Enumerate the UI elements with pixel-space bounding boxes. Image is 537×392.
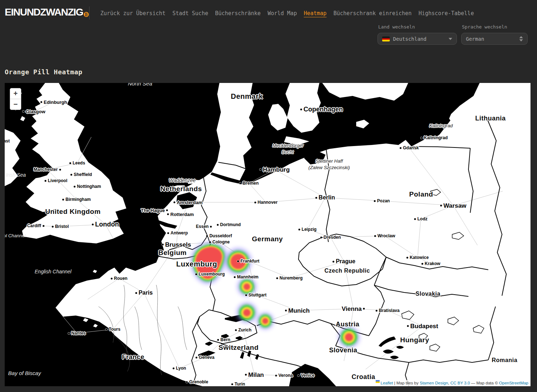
language-select[interactable]: German xyxy=(461,33,528,45)
language-field: Sprache wechseln German xyxy=(461,24,528,45)
language-select-label: Sprache wechseln xyxy=(462,24,528,30)
heat-point xyxy=(262,318,268,324)
country-field: Land wechseln Deutschland xyxy=(377,24,457,45)
header-divider xyxy=(89,6,90,19)
ukraine-flag-icon xyxy=(376,380,380,383)
attribution-text: — Map data © xyxy=(470,381,499,385)
attribution-link[interactable]: CC BY 3.0 xyxy=(450,381,470,385)
country-select-value: Deutschland xyxy=(393,36,446,42)
nav-item-2[interactable]: Stadt Suche xyxy=(173,10,208,17)
select-arrows-icon xyxy=(519,36,523,41)
country-select[interactable]: Deutschland xyxy=(377,33,457,45)
map-attribution: Leaflet | Map tiles by Stamen Design, CC… xyxy=(374,380,531,386)
attribution-text: | Map tiles by xyxy=(393,381,420,385)
attribution-link[interactable]: OpenStreetMap xyxy=(499,381,528,385)
heat-point xyxy=(243,309,250,316)
nav-item-7[interactable]: Highscore-Tabelle xyxy=(419,10,474,17)
page-title: Orange Pill Heatmap xyxy=(5,68,82,76)
attribution-link[interactable]: Leaflet xyxy=(381,381,393,385)
german-flag-icon xyxy=(382,36,390,41)
bitcoin-icon: ₿ xyxy=(84,12,89,17)
heat-point xyxy=(231,254,246,269)
attribution-link[interactable]: Stamen Design xyxy=(420,381,448,385)
zoom-in-button[interactable]: + xyxy=(10,88,21,99)
country-select-label: Land wechseln xyxy=(378,24,457,30)
zoom-out-button[interactable]: − xyxy=(10,99,21,110)
language-select-value: German xyxy=(466,36,516,42)
nav-item-4[interactable]: World Map xyxy=(267,10,297,17)
logo-text: EINUNDZWANZIG xyxy=(5,7,83,17)
zoom-control: + − xyxy=(10,88,21,110)
heat-point xyxy=(244,283,250,290)
nav-item-3[interactable]: Bücherschränke xyxy=(215,10,261,17)
nav-item-6[interactable]: Bücherschrank einreichen xyxy=(333,10,412,17)
nav-item-5[interactable]: Heatmap xyxy=(304,10,327,17)
leaflet-map[interactable]: North SeaIrish SeaBristol ChannelEnglish… xyxy=(5,83,531,386)
map-canvas xyxy=(5,83,531,386)
logo[interactable]: EINUNDZWANZIG ₿ xyxy=(5,7,89,17)
chevron-down-icon xyxy=(449,38,452,40)
main-nav: Zurück zur ÜbersichtStadt SucheBüchersch… xyxy=(100,10,474,17)
header-controls: Land wechseln Deutschland Sprache wechse… xyxy=(377,24,528,45)
heat-point xyxy=(345,333,353,341)
nav-item-1[interactable]: Zurück zur Übersicht xyxy=(100,10,166,17)
heatmap-page: EINUNDZWANZIG ₿ Zurück zur ÜbersichtStad… xyxy=(0,0,537,392)
